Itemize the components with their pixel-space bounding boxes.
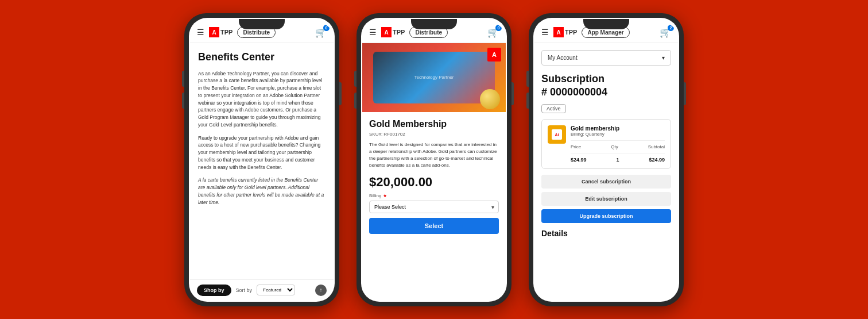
sku-label: SKU#: [369,132,382,137]
subscription-card: Ai Gold membership Billing: Quarterly Pr… [541,119,671,169]
phone-2-screen: ☰ A TPP Distribute 🛒 0 Technology Partne… [362,22,506,301]
adobe-a-icon: A [209,27,219,37]
phones-container: ☰ A TPP Distribute 🛒 0 Benefits Center A… [173,2,695,318]
adobe-small-text: Ai [555,133,559,137]
active-badge: Active [541,104,566,113]
product-image-inner: Technology Partner [373,52,495,103]
bottom-bar-1: Shop by Sort by Featured ↑ [190,279,334,301]
my-account-dropdown[interactable]: My Account ▾ [541,50,671,66]
billing-label: Billing ★ [369,193,499,198]
billing-required: ★ [383,193,387,198]
sort-label: Sort by [236,287,253,293]
tpp-label-3: TPP [565,29,577,36]
subscription-content: My Account ▾ Subscription # 0000000004 A… [534,43,678,298]
product-image-text: Technology Partner [412,72,456,82]
cart-badge-2: 0 [495,25,502,31]
sku-value: RF001702 [383,132,405,137]
phone-2: ☰ A TPP Distribute 🛒 0 Technology Partne… [356,13,512,306]
chevron-down-icon-2: ▾ [662,55,665,61]
subscription-title: Subscription [541,73,604,84]
vol-btn-1 [182,71,184,87]
product-price: $20,000.00 [369,175,499,190]
cart-icon-3[interactable]: 🛒 2 [660,27,671,38]
benefits-para-3: A la carte benefits currently listed in … [198,176,326,206]
adobe-logo-1: A TPP [209,27,232,37]
qty-col-header: Qty [611,144,618,149]
adobe-badge: A [487,48,501,62]
my-account-label: My Account [548,55,578,61]
price-values-row: $24.99 1 $24.99 [571,153,665,163]
subscription-number: # 0000000004 [541,86,607,98]
qty-value: 1 [616,157,619,163]
benefits-content: Benefits Center As an Adobe Technology P… [190,43,334,298]
phone-1: ☰ A TPP Distribute 🛒 0 Benefits Center A… [184,13,339,306]
cart-badge-3: 2 [668,25,674,31]
vol-btn-6 [526,93,529,109]
tpp-label-2: TPP [393,29,405,36]
gold-orb [480,89,500,109]
adobe-a-icon-3: A [553,27,564,37]
hamburger-icon[interactable]: ☰ [197,28,204,37]
upgrade-subscription-button[interactable]: Upgrade subscription [541,209,671,223]
phone-3: ☰ A TPP App Manager 🛒 2 My Account ▾ [529,13,684,306]
phone-2-notch [411,19,457,29]
product-image: Technology Partner A [362,43,506,112]
hamburger-icon-2[interactable]: ☰ [369,28,377,37]
phone-1-notch [239,19,285,29]
power-btn-3 [684,82,686,105]
price-col-header: Price [571,144,581,149]
billing-select[interactable]: Please Select [369,201,499,213]
subscription-card-info: Gold membership Billing: Quarterly Price… [571,125,665,163]
adobe-logo-2: A TPP [381,27,405,37]
shop-by-button[interactable]: Shop by [197,285,231,296]
price-value: $24.99 [571,157,587,163]
gold-membership-icon: Ai [548,125,566,144]
sort-select[interactable]: Featured [257,285,295,295]
product-name: Gold Membership [369,119,499,129]
vol-btn-4 [354,93,356,109]
vol-btn-5 [526,71,529,87]
select-button[interactable]: Select [369,218,499,234]
product-content: Gold Membership SKU#: RF001702 The Gold … [362,112,506,298]
power-btn-2 [512,82,514,105]
vol-btn-3 [354,71,356,87]
sub-card-billing: Billing: Quarterly [571,132,665,137]
adobe-logo-3: A TPP [553,27,577,37]
cart-icon-1[interactable]: 🛒 0 [315,27,327,38]
vol-btn-2 [182,93,184,109]
cancel-subscription-button[interactable]: Cancel subscription [541,175,671,189]
phone-3-screen: ☰ A TPP App Manager 🛒 2 My Account ▾ [534,22,678,301]
hamburger-icon-3[interactable]: ☰ [541,28,549,37]
adobe-small-logo: Ai [552,129,562,140]
benefits-title: Benefits Center [198,51,326,63]
phone-3-notch [583,19,629,29]
product-description: The Gold level is designed for companies… [369,141,499,169]
benefits-para-2: Ready to upgrade your partnership with A… [198,134,326,171]
benefits-para-1: As an Adobe Technology Partner, you can … [198,70,326,129]
cart-badge-1: 0 [323,25,330,31]
subscription-heading: Subscription # 0000000004 [541,72,671,99]
edit-subscription-button[interactable]: Edit subscription [541,192,671,206]
cart-icon-2[interactable]: 🛒 0 [487,27,499,38]
details-heading: Details [541,229,671,238]
adobe-a-icon-2: A [381,27,392,37]
subtotal-value: $24.99 [649,157,665,163]
tpp-label-1: TPP [220,29,232,36]
price-row: Price Qty Subtotal [571,140,665,149]
phone-1-screen: ☰ A TPP Distribute 🛒 0 Benefits Center A… [190,22,334,301]
power-btn [339,82,342,105]
sku-line: SKU#: RF001702 [369,132,499,137]
subtotal-col-header: Subtotal [648,144,665,149]
billing-select-wrap: Please Select ▾ [369,201,499,213]
sub-card-name: Gold membership [571,125,665,132]
scroll-top-button[interactable]: ↑ [315,285,327,296]
